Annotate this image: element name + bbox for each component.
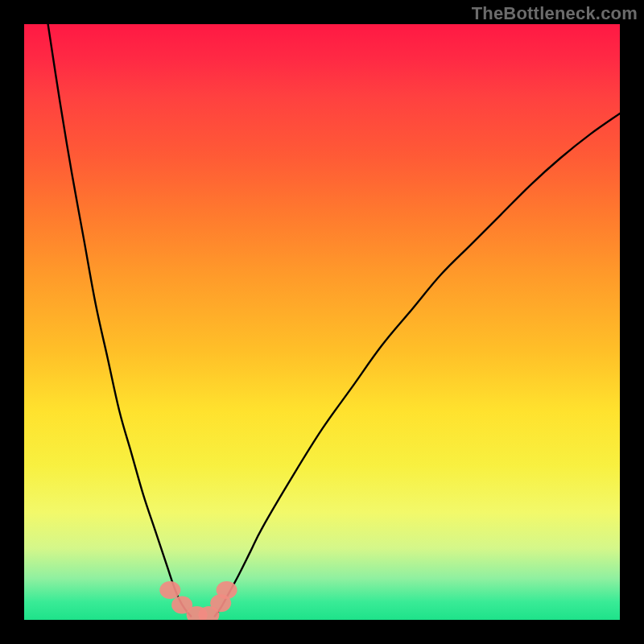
curve-dots <box>159 581 237 620</box>
valley-dot <box>159 581 180 599</box>
chart-frame: TheBottleneck.com <box>0 0 644 644</box>
curve-layer <box>24 24 620 620</box>
valley-dot <box>217 581 237 599</box>
bottleneck-curve-left <box>48 24 192 617</box>
bottleneck-curve-right <box>215 114 620 617</box>
plot-area <box>24 24 620 620</box>
watermark-text: TheBottleneck.com <box>472 3 638 24</box>
